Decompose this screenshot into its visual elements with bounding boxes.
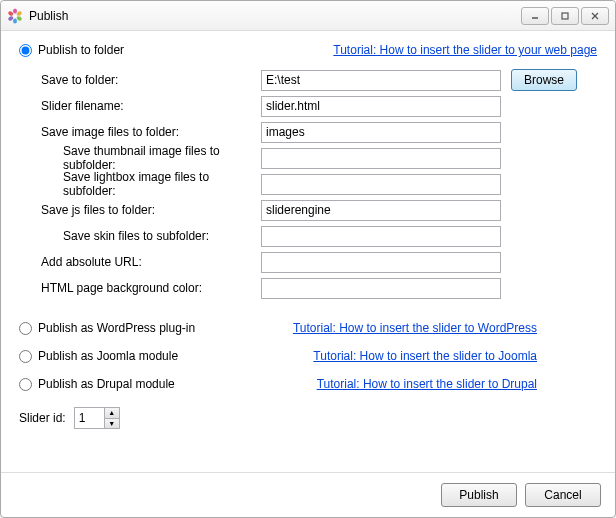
tutorial-drupal-link[interactable]: Tutorial: How to insert the slider to Dr… bbox=[317, 377, 537, 391]
dialog-footer: Publish Cancel bbox=[1, 472, 615, 517]
browse-button[interactable]: Browse bbox=[511, 69, 577, 91]
save-to-folder-label: Save to folder: bbox=[41, 73, 261, 87]
absolute-url-label: Add absolute URL: bbox=[41, 255, 261, 269]
skin-subfolder-input[interactable] bbox=[261, 226, 501, 247]
titlebar: Publish bbox=[1, 1, 615, 31]
window-title: Publish bbox=[29, 9, 521, 23]
dialog-content: Publish to folder Tutorial: How to inser… bbox=[1, 31, 615, 472]
minimize-button[interactable] bbox=[521, 7, 549, 25]
app-icon bbox=[7, 8, 23, 24]
publish-button[interactable]: Publish bbox=[441, 483, 517, 507]
skin-subfolder-label: Save skin files to subfolder: bbox=[41, 229, 261, 243]
cancel-button[interactable]: Cancel bbox=[525, 483, 601, 507]
slider-id-label: Slider id: bbox=[19, 411, 66, 425]
bg-color-label: HTML page background color: bbox=[41, 281, 261, 295]
save-image-folder-input[interactable] bbox=[261, 122, 501, 143]
publish-joomla-label: Publish as Joomla module bbox=[38, 349, 178, 363]
publish-drupal-label: Publish as Drupal module bbox=[38, 377, 175, 391]
thumbnail-subfolder-input[interactable] bbox=[261, 148, 501, 169]
window-controls bbox=[521, 7, 609, 25]
publish-wordpress-label: Publish as WordPress plug-in bbox=[38, 321, 195, 335]
svg-rect-8 bbox=[562, 13, 568, 19]
svg-point-0 bbox=[13, 13, 17, 17]
publish-drupal-option[interactable]: Publish as Drupal module bbox=[19, 377, 175, 391]
publish-drupal-radio[interactable] bbox=[19, 378, 32, 391]
absolute-url-input[interactable] bbox=[261, 252, 501, 273]
tutorial-webpage-link[interactable]: Tutorial: How to insert the slider to yo… bbox=[333, 43, 597, 57]
slider-id-up[interactable]: ▲ bbox=[104, 407, 120, 418]
publish-joomla-option[interactable]: Publish as Joomla module bbox=[19, 349, 178, 363]
slider-id-input[interactable] bbox=[74, 407, 104, 429]
js-folder-input[interactable] bbox=[261, 200, 501, 221]
save-image-folder-label: Save image files to folder: bbox=[41, 125, 261, 139]
close-button[interactable] bbox=[581, 7, 609, 25]
bg-color-input[interactable] bbox=[261, 278, 501, 299]
publish-dialog: Publish Publish to folder Tutorial: How … bbox=[0, 0, 616, 518]
js-folder-label: Save js files to folder: bbox=[41, 203, 261, 217]
maximize-button[interactable] bbox=[551, 7, 579, 25]
publish-joomla-radio[interactable] bbox=[19, 350, 32, 363]
slider-filename-label: Slider filename: bbox=[41, 99, 261, 113]
folder-settings: Save to folder: Browse Slider filename: … bbox=[41, 67, 597, 301]
lightbox-subfolder-label: Save lightbox image files to subfolder: bbox=[41, 170, 261, 198]
publish-to-folder-label: Publish to folder bbox=[38, 43, 124, 57]
lightbox-subfolder-input[interactable] bbox=[261, 174, 501, 195]
tutorial-joomla-link[interactable]: Tutorial: How to insert the slider to Jo… bbox=[313, 349, 537, 363]
tutorial-wordpress-link[interactable]: Tutorial: How to insert the slider to Wo… bbox=[293, 321, 537, 335]
slider-id-spinner[interactable]: ▲ ▼ bbox=[74, 407, 120, 429]
svg-point-1 bbox=[13, 8, 17, 13]
save-to-folder-input[interactable] bbox=[261, 70, 501, 91]
publish-to-folder-option[interactable]: Publish to folder bbox=[19, 43, 124, 57]
thumbnail-subfolder-label: Save thumbnail image files to subfolder: bbox=[41, 144, 261, 172]
slider-filename-input[interactable] bbox=[261, 96, 501, 117]
svg-point-4 bbox=[13, 18, 17, 23]
slider-id-down[interactable]: ▼ bbox=[104, 418, 120, 430]
publish-wordpress-radio[interactable] bbox=[19, 322, 32, 335]
publish-wordpress-option[interactable]: Publish as WordPress plug-in bbox=[19, 321, 195, 335]
publish-to-folder-radio[interactable] bbox=[19, 44, 32, 57]
